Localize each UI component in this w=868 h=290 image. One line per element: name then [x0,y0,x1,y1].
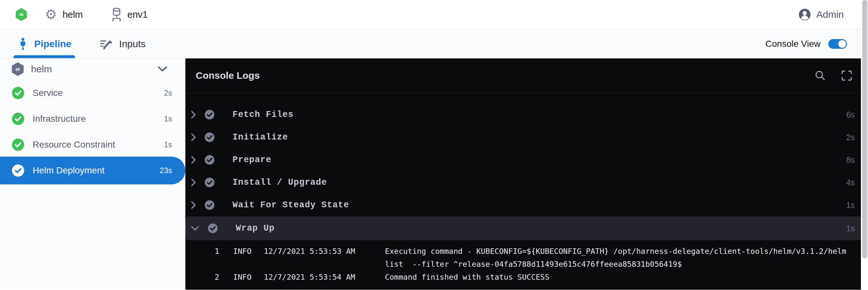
step-name: Wait For Steady State [232,200,349,210]
sidebar-item-helm-deployment[interactable]: Helm Deployment 23s [0,157,185,184]
chevron-right-icon [191,133,196,141]
success-check-icon-selected [12,164,24,176]
step-duration: 6s [846,110,855,120]
duration-badge: 23s [159,166,172,175]
step-success-icon [204,109,215,120]
step-success-icon [204,177,215,188]
console-step-wrap-up[interactable]: Wrap Up 1s [185,216,868,240]
step-name: Fetch Files [232,110,293,120]
step-name: Install / Upgrade [232,178,327,187]
tab-inputs[interactable]: Inputs [100,38,146,50]
toggle-knob [838,40,846,48]
sidebar-item-label: Resource Constraint [33,139,115,150]
gear-icon[interactable]: ⚙ [45,8,57,21]
page-scrollbar [861,0,868,290]
inputs-edit-icon [100,38,112,50]
duration-badge: 1s [164,114,172,123]
step-name: Initialize [232,132,288,142]
sidebar-item-service[interactable]: Service 2s [0,80,185,106]
chevron-right-icon [191,110,196,119]
step-name: Wrap Up [236,223,275,233]
duration-badge: 2s [164,89,172,98]
user-menu[interactable]: Admin [799,8,844,21]
chevron-down-icon [158,66,167,72]
stage-logo-icon: ∞ [11,62,24,76]
log-message: Executing command - KUBECONFIG=${KUBECON… [381,245,862,270]
top-bar-left: ∞ ⚙ helm env1 [16,7,148,22]
console-step-fetch-files[interactable]: Fetch Files 6s [185,103,868,126]
chevron-right-icon [191,201,196,209]
tab-pipeline-label: Pipeline [34,38,71,50]
console-header: Console Logs [185,59,868,93]
step-duration: 2s [846,133,855,142]
log-output: 1 INFO 12/7/2021 5:53:53 AM Executing co… [185,240,868,284]
environment-icon [111,7,122,22]
chevron-down-icon [191,226,199,231]
step-name: Prepare [232,155,271,165]
log-level: INFO [219,270,261,284]
console-step-wait-for-steady-state[interactable]: Wait For Steady State 1s [185,194,868,216]
stage-name: helm [31,64,52,74]
tab-pipeline[interactable]: Pipeline [19,38,71,50]
log-line: 1 INFO 12/7/2021 5:53:53 AM Executing co… [198,245,862,270]
console-view-toggle[interactable] [828,39,847,49]
success-check-icon [12,113,24,125]
execution-sidebar: ∞ helm Service 2s Infrastructur [0,59,185,290]
step-duration: 8s [846,155,855,165]
sidebar-item-label: Infrastructure [33,114,86,124]
svg-text:∞: ∞ [19,11,24,18]
log-level: INFO [219,245,261,270]
success-check-icon [12,138,24,151]
avatar-icon [799,8,811,21]
log-line-number: 2 [198,270,219,284]
console-step-initialize[interactable]: Initialize 2s [185,126,868,149]
success-check-icon [12,87,24,99]
console-step-prepare[interactable]: Prepare 8s [185,149,868,171]
step-duration: 1s [846,224,855,233]
chevron-right-icon [191,156,196,164]
sidebar-item-label: Service [33,88,63,98]
scrollbar-thumb[interactable] [862,0,867,258]
sidebar-item-resource-constraint[interactable]: Resource Constraint 1s [0,132,185,158]
step-success-icon [207,223,218,234]
sidebar-item-label: Helm Deployment [33,165,104,176]
fullscreen-icon[interactable] [841,70,852,82]
environment-name[interactable]: env1 [128,9,148,20]
log-timestamp: 12/7/2021 5:53:53 AM [261,245,381,270]
search-icon[interactable] [814,70,826,82]
log-line: 2 INFO 12/7/2021 5:53:54 AM Command fini… [198,270,862,284]
duration-badge: 1s [164,140,172,149]
tab-bar: Pipeline Inputs Console View [0,29,868,59]
step-success-icon [204,132,215,143]
chevron-right-icon [191,178,196,187]
stage-selector[interactable]: ∞ helm [0,59,185,80]
active-tab-underline [13,55,75,58]
tab-inputs-label: Inputs [119,38,146,50]
log-message: Command finished with status SUCCESS [381,270,862,284]
step-success-icon [204,200,215,211]
project-name[interactable]: helm [63,9,83,20]
svg-text:∞: ∞ [15,66,20,73]
pipeline-icon [19,38,27,50]
console-step-install-upgrade[interactable]: Install / Upgrade 4s [185,171,868,194]
step-duration: 4s [846,178,855,187]
console-step-list: Fetch Files 6s Initialize 2s [185,103,868,240]
harness-logo-icon[interactable]: ∞ [16,8,27,21]
log-timestamp: 12/7/2021 5:53:54 AM [261,270,381,284]
sidebar-item-infrastructure[interactable]: Infrastructure 1s [0,106,185,132]
user-name: Admin [816,9,844,20]
step-success-icon [204,154,215,165]
top-bar: ∞ ⚙ helm env1 Admin [0,0,868,29]
console-title: Console Logs [196,70,259,81]
log-line-number: 1 [198,245,219,270]
console-logs-panel: Console Logs [185,59,868,290]
step-duration: 1s [846,200,855,210]
console-view-label: Console View [765,39,820,49]
